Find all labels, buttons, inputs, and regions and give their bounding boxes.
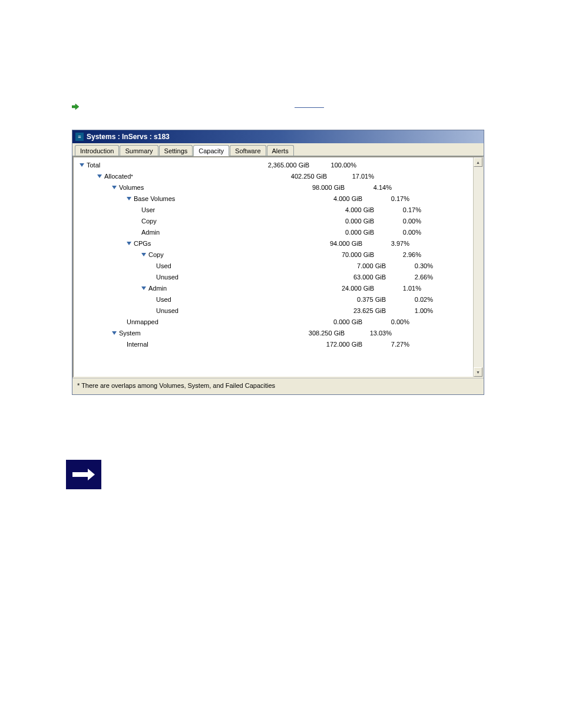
row-label: Copy [74,251,315,258]
row-percent: 2.66% [386,274,433,281]
tab-software[interactable]: Software [230,145,266,156]
row-percent: 3.97% [362,240,409,247]
capacity-row[interactable]: CPGs94.000 GiB3.97% [74,238,473,249]
tab-summary[interactable]: Summary [120,145,158,156]
expand-icon[interactable] [141,253,146,256]
window-titlebar: ≡ Systems : InServs : s183 [72,130,484,143]
row-label: Admin [74,285,315,292]
row-percent: 7.27% [362,341,409,348]
row-percent: 0.02% [386,296,433,303]
row-percent: 0.30% [386,262,433,269]
row-percent: 100.00% [309,162,356,169]
capacity-row[interactable]: Total2,365.000 GiB100.00% [74,159,473,170]
capacity-row[interactable]: Volumes98.000 GiB4.14% [74,182,473,193]
row-percent: 0.00% [374,218,421,225]
row-percent: 1.01% [374,285,421,292]
app-icon: ≡ [75,133,84,141]
expand-icon[interactable] [80,163,84,167]
tab-alerts[interactable]: Alerts [267,145,294,156]
tab-settings[interactable]: Settings [159,145,193,156]
row-size: 308.250 GiB [286,330,345,337]
row-label: Admin [74,229,315,236]
row-size: 98.000 GiB [286,184,345,191]
row-size: 4.000 GiB [303,195,362,202]
row-label: Base Volumes [74,195,303,202]
row-label: Volumes [74,184,286,191]
capacity-row[interactable]: Admin24.000 GiB1.01% [74,282,473,294]
tab-introduction[interactable]: Introduction [75,145,119,156]
capacity-row: Copy0.000 GiB0.00% [74,215,473,226]
capacity-row: Unused23.625 GiB1.00% [74,305,473,316]
row-size: 0.000 GiB [315,218,374,225]
row-label: Total [74,162,250,169]
row-label: System [74,330,286,337]
expand-icon[interactable] [112,186,117,189]
expand-icon[interactable] [127,242,131,245]
row-label: CPGs [74,240,303,247]
capacity-row: Unmapped0.000 GiB0.00% [74,316,473,327]
row-size: 4.000 GiB [315,206,374,213]
row-label: User [74,206,315,213]
expand-icon[interactable] [112,331,117,335]
row-percent: 1.00% [386,307,433,314]
scrollbar-vertical[interactable]: ▲ ▼ [473,157,482,377]
expand-icon[interactable] [141,286,146,290]
row-percent: 0.00% [362,318,409,325]
row-size: 94.000 GiB [303,240,362,247]
row-percent: 0.17% [374,206,421,213]
row-size: 7.000 GiB [327,262,386,269]
nav-arrow-icon [72,104,79,110]
row-percent: 2.96% [374,251,421,258]
capacity-row: Admin0.000 GiB0.00% [74,226,473,238]
capacity-row: Internal172.000 GiB7.27% [74,338,473,350]
row-percent: 0.17% [362,195,409,202]
row-size: 402.250 GiB [268,173,327,180]
row-size: 172.000 GiB [303,341,362,348]
capacity-row[interactable]: Base Volumes4.000 GiB0.17% [74,193,473,204]
row-size: 63.000 GiB [327,274,386,281]
capacity-row: Used0.375 GiB0.02% [74,294,473,305]
row-label: Unused [74,274,327,281]
link-underline [295,107,324,108]
row-label: Copy [74,218,315,225]
row-percent: 13.03% [345,330,392,337]
row-size: 0.000 GiB [315,229,374,236]
window-title: Systems : InServs : s183 [87,133,170,141]
row-size: 0.375 GiB [327,296,386,303]
footnote-text: * There are overlaps among Volumes, Syst… [72,378,484,394]
row-label: Internal [74,341,303,348]
scroll-down-button[interactable]: ▼ [474,367,482,377]
scroll-track[interactable] [474,167,482,367]
row-size: 2,365.000 GiB [250,162,309,169]
capacity-row: Unused63.000 GiB2.66% [74,271,473,282]
tab-strip: IntroductionSummarySettingsCapacitySoftw… [72,143,484,156]
tab-capacity[interactable]: Capacity [193,145,229,156]
window: ≡ Systems : InServs : s183 IntroductionS… [72,130,484,395]
row-label: Used [74,296,327,303]
svg-marker-0 [72,104,79,110]
row-size: 70.000 GiB [315,251,374,258]
expand-icon[interactable] [97,174,102,178]
row-size: 23.625 GiB [327,307,386,314]
capacity-row: Used7.000 GiB0.30% [74,260,473,271]
capacity-row[interactable]: System308.250 GiB13.03% [74,327,473,338]
row-size: 24.000 GiB [315,285,374,292]
capacity-row[interactable]: Allocated*402.250 GiB17.01% [74,170,473,182]
capacity-row: User4.000 GiB0.17% [74,204,473,215]
row-percent: 17.01% [327,173,374,180]
row-size: 0.000 GiB [303,318,362,325]
row-label: Unused [74,307,327,314]
row-label: Used [74,262,327,269]
capacity-row[interactable]: Copy70.000 GiB2.96% [74,249,473,260]
row-label: Allocated* [74,173,268,180]
expand-icon[interactable] [127,197,131,200]
row-label: Unmapped [74,318,303,325]
row-percent: 0.00% [374,229,421,236]
row-percent: 4.14% [345,184,392,191]
scroll-up-button[interactable]: ▲ [474,157,482,167]
arrow-right-icon [72,470,95,479]
note-callout [66,460,101,489]
capacity-tree: Total2,365.000 GiB100.00%Allocated*402.2… [74,157,473,377]
